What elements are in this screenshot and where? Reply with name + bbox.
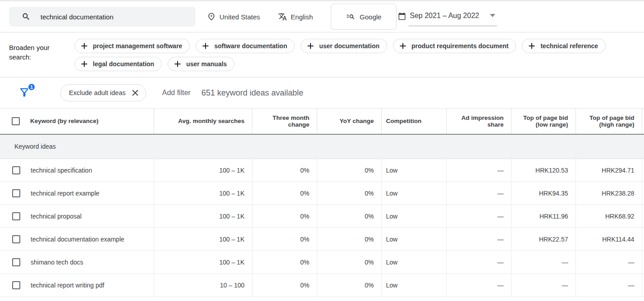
table-row[interactable]: technical proposal 100 – 1K 0% 0% Low — …: [0, 205, 644, 228]
search-query-text: technical documentation: [41, 13, 114, 21]
competition-value: Low: [381, 159, 446, 182]
keyword-label: technical specification: [31, 167, 92, 174]
ad-impression-share-value: —: [446, 182, 511, 205]
keyword-label: shimano tech docs: [31, 259, 83, 266]
broaden-chip-label: technical reference: [540, 42, 598, 50]
top-of-page-bid-low-value: —: [511, 251, 575, 274]
filter-funnel-button[interactable]: 1: [18, 86, 32, 100]
topbar: technical documentation United States En…: [0, 0, 644, 32]
broaden-chip-label: legal documentation: [93, 60, 154, 68]
section-row-keyword-ideas: Keyword ideas: [0, 134, 644, 159]
broaden-chip-label: software documentation: [214, 42, 287, 50]
top-of-page-bid-low-value: HRK11.96: [511, 205, 575, 228]
broaden-chip[interactable]: product requirements document: [393, 39, 516, 53]
exclude-adult-ideas-chip[interactable]: Exclude adult ideas: [60, 84, 146, 101]
row-spacer: [642, 228, 644, 251]
keyword-label: technical report writing pdf: [31, 282, 104, 289]
table-row[interactable]: technical report example 100 – 1K 0% 0% …: [0, 182, 644, 205]
column-header-three-month-change[interactable]: Three month change: [252, 109, 317, 134]
plus-icon: [80, 42, 88, 50]
broaden-chip[interactable]: software documentation: [196, 39, 295, 53]
three-month-change-value: 0%: [252, 274, 317, 297]
plus-icon: [174, 60, 182, 68]
date-range-label: Sep 2021 – Aug 2022: [410, 12, 479, 20]
exclude-chip-label: Exclude adult ideas: [69, 89, 126, 96]
add-filter-button[interactable]: Add filter: [162, 89, 191, 97]
plus-icon: [201, 42, 210, 50]
row-checkbox[interactable]: [12, 212, 20, 220]
column-header-competition[interactable]: Competition: [381, 109, 446, 134]
keyword-label: technical documentation example: [31, 236, 124, 243]
competition-value: Low: [381, 182, 446, 205]
avg-monthly-searches-value: 10 – 100: [154, 274, 252, 297]
broaden-chip[interactable]: project management software: [74, 39, 190, 53]
column-header-ad-impression-share[interactable]: Ad impression share: [446, 109, 511, 134]
broaden-chip[interactable]: user manuals: [168, 57, 234, 71]
row-checkbox[interactable]: [12, 189, 20, 197]
column-header-avg-monthly-searches[interactable]: Avg. monthly searches: [154, 109, 252, 134]
close-icon[interactable]: [132, 90, 138, 96]
ad-impression-share-value: —: [446, 251, 511, 274]
keyword-search-input[interactable]: technical documentation: [9, 7, 196, 27]
avg-monthly-searches-value: 100 – 1K: [154, 251, 252, 274]
yoy-change-value: 0%: [317, 274, 381, 297]
location-selector[interactable]: United States: [207, 12, 260, 21]
keyword-label: technical proposal: [31, 213, 82, 220]
three-month-change-value: 0%: [252, 205, 317, 228]
section-label: Keyword ideas: [0, 134, 644, 159]
broaden-chip-label: product requirements document: [411, 42, 508, 50]
keyword-label: technical report example: [31, 190, 100, 197]
row-checkbox[interactable]: [12, 258, 20, 266]
column-header-yoy-change[interactable]: YoY change: [317, 109, 381, 134]
broaden-chips: project management software software doc…: [74, 39, 635, 71]
broaden-search-section: Broaden your search: project management …: [0, 32, 644, 78]
network-selector[interactable]: Google: [331, 4, 397, 30]
plus-icon: [80, 60, 88, 68]
row-checkbox[interactable]: [12, 281, 20, 289]
broaden-chip[interactable]: technical reference: [522, 39, 606, 53]
broaden-chip-label: project management software: [93, 42, 182, 50]
top-of-page-bid-low-value: HRK94.35: [511, 182, 575, 205]
column-header-top-of-page-bid-low[interactable]: Top of page bid (low range): [511, 109, 575, 134]
ad-impression-share-value: —: [446, 228, 511, 251]
language-selector[interactable]: English: [278, 12, 313, 21]
yoy-change-value: 0%: [317, 182, 381, 205]
row-checkbox[interactable]: [12, 166, 20, 174]
column-header-top-of-page-bid-high[interactable]: Top of page bid (high range): [575, 109, 642, 134]
yoy-change-value: 0%: [317, 159, 381, 182]
broaden-chip-label: user manuals: [186, 60, 227, 68]
select-all-checkbox[interactable]: [12, 117, 20, 125]
date-range-selector[interactable]: Sep 2021 – Aug 2022: [398, 8, 497, 26]
translate-icon: [278, 12, 287, 21]
language-label: English: [291, 13, 313, 21]
competition-value: Low: [381, 274, 446, 297]
broaden-chip[interactable]: legal documentation: [74, 57, 162, 71]
row-spacer: [642, 159, 644, 182]
table-row[interactable]: shimano tech docs 100 – 1K 0% 0% Low — —…: [0, 251, 644, 274]
broaden-chip[interactable]: user documentation: [301, 39, 387, 53]
calendar-icon: [398, 12, 406, 20]
table-row[interactable]: technical specification 100 – 1K 0% 0% L…: [0, 159, 644, 182]
row-spacer: [642, 274, 644, 297]
ad-impression-share-value: —: [446, 274, 511, 297]
row-spacer: [642, 182, 644, 205]
row-checkbox[interactable]: [12, 235, 20, 243]
ad-impression-share-value: —: [446, 159, 511, 182]
top-of-page-bid-low-value: —: [511, 274, 575, 297]
chevron-down-icon: [490, 14, 495, 17]
top-of-page-bid-high-value: HRK294.71: [575, 159, 642, 182]
column-header-keyword[interactable]: Keyword (by relevance): [30, 118, 99, 124]
location-label: United States: [219, 13, 260, 21]
avg-monthly-searches-value: 100 – 1K: [154, 182, 252, 205]
plus-icon: [399, 42, 407, 50]
table-row[interactable]: technical report writing pdf 10 – 100 0%…: [0, 274, 644, 297]
row-spacer: [642, 251, 644, 274]
top-of-page-bid-high-value: HRK238.28: [575, 182, 642, 205]
yoy-change-value: 0%: [317, 205, 381, 228]
table-row[interactable]: technical documentation example 100 – 1K…: [0, 228, 644, 251]
column-header-spacer: [642, 109, 644, 134]
three-month-change-value: 0%: [252, 182, 317, 205]
competition-value: Low: [381, 228, 446, 251]
location-pin-icon: [207, 12, 216, 21]
three-month-change-value: 0%: [252, 159, 317, 182]
